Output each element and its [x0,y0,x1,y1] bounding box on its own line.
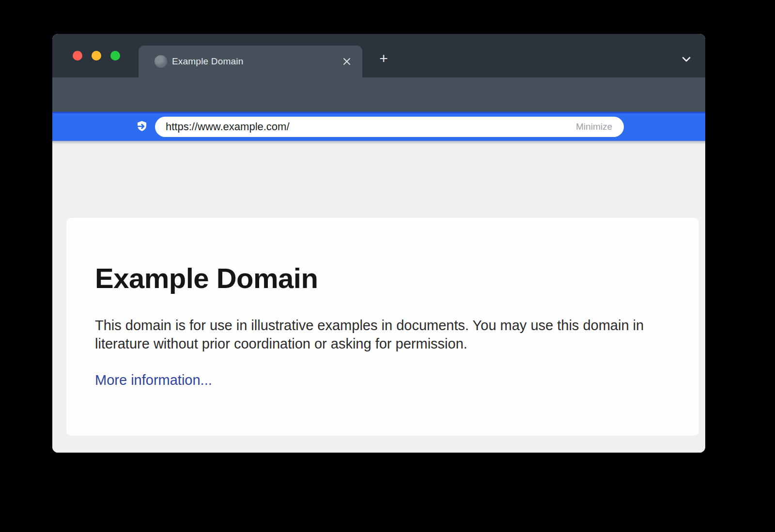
toolbar: browser-beta.cloudflareaccess.com/... C … [52,77,705,112]
plus-icon: + [379,50,388,66]
tab-favicon-globe-icon [155,55,167,68]
more-information-link[interactable]: More information... [95,372,212,388]
banner-shadow [52,141,705,144]
window-zoom-button[interactable] [110,51,120,61]
web-page-viewport: Example Domain This domain is for use in… [52,141,705,453]
tab-example-domain[interactable]: Example Domain [139,46,362,77]
isolation-url-banner: https://www.example.com/ Minimize [52,112,705,141]
remote-url-input[interactable]: https://www.example.com/ Minimize [155,117,624,137]
tab-close-button[interactable] [340,55,354,68]
window-close-button[interactable] [73,51,82,61]
traffic-lights [73,51,120,61]
browser-window: Example Domain + [52,34,705,453]
new-tab-button[interactable]: + [376,52,391,66]
shield-arrow-icon[interactable] [134,120,149,136]
example-domain-card: Example Domain This domain is for use in… [66,218,699,436]
tab-strip: Example Domain + [52,34,705,77]
minimize-banner-button[interactable]: Minimize [576,122,612,132]
tab-search-button[interactable] [679,52,694,66]
tab-title: Example Domain [172,56,340,67]
chevron-down-icon [681,53,692,65]
page-title: Example Domain [95,262,670,295]
remote-url-value: https://www.example.com/ [166,121,576,133]
close-icon [342,57,351,66]
page-paragraph: This domain is for use in illustrative e… [95,316,653,353]
window-minimize-button[interactable] [92,51,101,61]
